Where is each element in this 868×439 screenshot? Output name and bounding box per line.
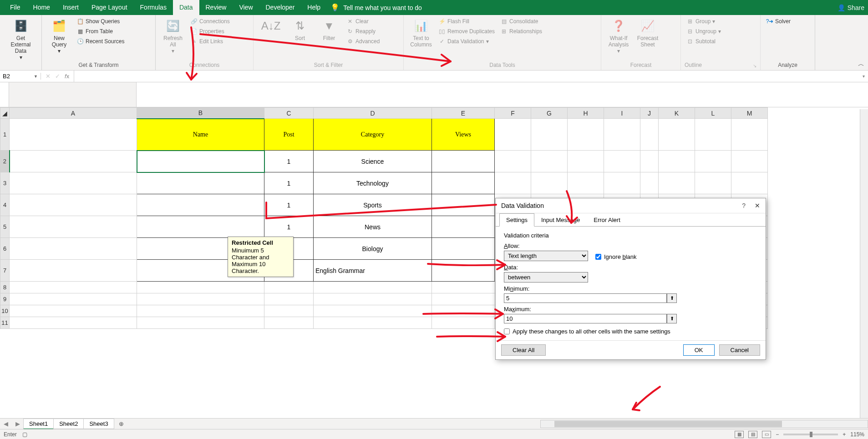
cell-e6[interactable]	[432, 238, 495, 260]
text-to-columns-button[interactable]: 📊Text to Columns	[407, 17, 435, 50]
tab-help[interactable]: Help	[301, 0, 327, 15]
col-header-c[interactable]: C	[264, 108, 314, 119]
relationships-button[interactable]: ⊞Relationships	[498, 27, 544, 36]
macro-record-icon[interactable]: ▢	[22, 431, 27, 438]
cell-d7[interactable]: English Grammar	[314, 260, 432, 282]
cell-c5[interactable]: 1	[264, 216, 314, 238]
cell-c3[interactable]: 1	[264, 172, 314, 194]
cell-e1[interactable]: Views	[432, 119, 495, 151]
row-header-11[interactable]: 11	[0, 317, 10, 329]
cell-d6[interactable]: Biology	[314, 238, 432, 260]
tab-file[interactable]: File	[4, 0, 27, 15]
zoom-out-icon[interactable]: −	[776, 431, 779, 438]
col-header-k[interactable]: K	[659, 108, 695, 119]
solver-button[interactable]: ?➜Solver	[764, 17, 792, 26]
data-select[interactable]: between	[504, 272, 588, 283]
maximum-collapse-icon[interactable]: ⬆	[667, 314, 677, 323]
forecast-sheet-button[interactable]: 📈Forecast Sheet	[634, 17, 661, 50]
col-header-i[interactable]: I	[604, 108, 640, 119]
cell-c1[interactable]: Post	[264, 119, 314, 151]
enter-formula-icon[interactable]: ✓	[55, 73, 60, 80]
tab-insert[interactable]: Insert	[56, 0, 85, 15]
what-if-button[interactable]: ❓What-If Analysis ▾	[605, 17, 632, 56]
consolidate-button[interactable]: ▤Consolidate	[498, 17, 544, 26]
dialog-tab-input-message[interactable]: Input Message	[534, 213, 587, 227]
tab-formulas[interactable]: Formulas	[134, 0, 173, 15]
minimum-collapse-icon[interactable]: ⬆	[667, 293, 677, 303]
add-sheet-icon[interactable]: ⊕	[114, 420, 128, 427]
col-header-f[interactable]: F	[495, 108, 531, 119]
dialog-help-icon[interactable]: ?	[742, 202, 746, 209]
cell-d2[interactable]: Science	[314, 151, 432, 172]
sheet-nav-next-icon[interactable]: ▶	[12, 420, 24, 427]
advanced-button[interactable]: ⚙Advanced	[345, 37, 381, 46]
col-header-a[interactable]: A	[10, 108, 137, 119]
cell-d1[interactable]: Category	[314, 119, 432, 151]
cell-e7[interactable]	[432, 260, 495, 282]
row-header-5[interactable]: 5	[0, 216, 10, 238]
cell-b3[interactable]	[137, 172, 264, 194]
clear-all-button[interactable]: Clear All	[501, 344, 546, 356]
cell-d3[interactable]: Technology	[314, 172, 432, 194]
col-header-d[interactable]: D	[314, 108, 432, 119]
data-validation-button[interactable]: ✓Data Validation ▾	[437, 37, 497, 46]
row-header-6[interactable]: 6	[0, 238, 10, 260]
fx-icon[interactable]: fx	[65, 73, 69, 80]
share-button[interactable]: 👤 Share	[838, 4, 864, 11]
sheet-tab-3[interactable]: Sheet3	[83, 419, 114, 429]
name-box[interactable]: B2 ▼	[0, 73, 41, 80]
select-all-cell[interactable]: ◢	[0, 108, 10, 119]
zoom-in-icon[interactable]: +	[843, 431, 846, 438]
cell-b4[interactable]	[137, 194, 264, 216]
subtotal-button[interactable]: ⊡Subtotal	[685, 37, 723, 46]
col-header-g[interactable]: G	[531, 108, 568, 119]
col-header-m[interactable]: M	[731, 108, 768, 119]
formula-expand-icon[interactable]: ▾	[859, 74, 868, 79]
normal-view-icon[interactable]: ▦	[735, 431, 744, 438]
minimum-input[interactable]	[504, 293, 667, 303]
row-header-7[interactable]: 7	[0, 260, 10, 282]
apply-all-input[interactable]	[504, 328, 510, 334]
tab-developer[interactable]: Developer	[259, 0, 301, 15]
dialog-tab-error-alert[interactable]: Error Alert	[587, 213, 627, 227]
cell-d5[interactable]: News	[314, 216, 432, 238]
tab-review[interactable]: Review	[199, 0, 233, 15]
ignore-blank-checkbox[interactable]: Ignore blank	[595, 253, 637, 260]
tab-data[interactable]: Data	[173, 0, 199, 15]
row-header-3[interactable]: 3	[0, 172, 10, 194]
cell-d4[interactable]: Sports	[314, 194, 432, 216]
outline-dialog-launcher-icon[interactable]: ↘	[753, 63, 756, 68]
recent-sources-button[interactable]: 🕒Recent Sources	[75, 37, 126, 46]
cancel-button[interactable]: Cancel	[719, 344, 760, 356]
dialog-close-icon[interactable]: ✕	[755, 202, 760, 209]
row-header-1[interactable]: 1	[0, 119, 10, 151]
remove-duplicates-button[interactable]: ▯▯Remove Duplicates	[437, 27, 497, 36]
page-layout-view-icon[interactable]: ▤	[748, 431, 757, 438]
col-header-j[interactable]: J	[640, 108, 659, 119]
horizontal-scrollbar[interactable]	[540, 420, 868, 428]
name-box-dropdown-icon[interactable]: ▼	[34, 74, 38, 79]
col-header-l[interactable]: L	[695, 108, 731, 119]
sheet-nav-prev-icon[interactable]: ◀	[0, 420, 12, 427]
dialog-tab-settings[interactable]: Settings	[499, 213, 534, 227]
new-query-button[interactable]: 🗂️ New Query ▾	[46, 17, 73, 56]
ungroup-button[interactable]: ⊟Ungroup ▾	[685, 27, 723, 36]
edit-links-button[interactable]: ✎Edit Links	[188, 37, 232, 46]
show-queries-button[interactable]: 📋Show Queries	[75, 17, 126, 26]
cell-c4[interactable]: 1	[264, 194, 314, 216]
col-header-e[interactable]: E	[432, 108, 495, 119]
group-button[interactable]: ⊞Group ▾	[685, 17, 723, 26]
row-header-10[interactable]: 10	[0, 305, 10, 317]
maximum-input[interactable]	[504, 314, 667, 323]
refresh-all-button[interactable]: 🔄 Refresh All ▾	[159, 17, 187, 56]
reapply-button[interactable]: ↻Reapply	[345, 27, 381, 36]
cell-c2[interactable]: 1	[264, 151, 314, 172]
apply-all-checkbox[interactable]: Apply these changes to all other cells w…	[504, 328, 757, 335]
ok-button[interactable]: OK	[683, 344, 715, 356]
vertical-scrollbar[interactable]	[860, 109, 868, 418]
flash-fill-button[interactable]: ⚡Flash Fill	[437, 17, 497, 26]
allow-select[interactable]: Text length	[504, 251, 588, 261]
sort-az-button[interactable]: A↓Z	[257, 17, 284, 37]
cell-e4[interactable]	[432, 194, 495, 216]
cell-b1[interactable]: Name	[137, 119, 264, 151]
